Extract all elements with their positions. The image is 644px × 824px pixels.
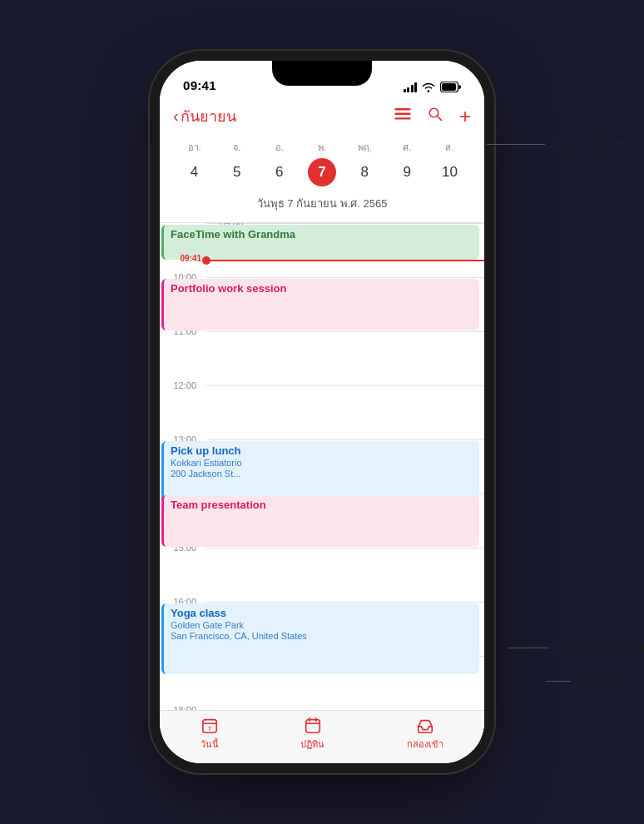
calendar-body[interactable]: 09:00 10:00 11:00 12:00 13:00	[160, 223, 484, 710]
notch	[272, 61, 372, 86]
svg-text:7: 7	[208, 725, 211, 731]
event-facetime[interactable]: FaceTime with Grandma	[161, 225, 479, 260]
current-time-label: 09:41	[160, 254, 201, 263]
annotation-view-list: ดูรายการกิจกรรม	[487, 136, 634, 153]
today-icon: 7	[201, 717, 219, 735]
tab-inbox-label: กล่องเข้า	[407, 737, 443, 752]
tab-today-label: วันนี้	[201, 737, 219, 752]
event-portfolio[interactable]: Portfolio work session	[161, 279, 479, 330]
week-strip: อา. 4 จ. 5 อ. 6 พ. 7	[173, 137, 471, 191]
hour-row-11: 11:00	[206, 331, 484, 385]
calendar-header: ‹ กันยายน	[160, 97, 484, 223]
full-date-label: วันพุธ 7 กันยายน พ.ศ. 2565	[173, 191, 471, 219]
day-col-mon[interactable]: จ. 5	[217, 140, 257, 186]
annotation-switch-calendar: เปลี่ยนปฏิทินหรือบัญชี	[508, 639, 644, 657]
svg-rect-4	[394, 117, 410, 119]
tab-calendar-label: ปฏิทิน	[300, 737, 324, 752]
status-time: 09:41	[183, 78, 216, 92]
hour-row-12: 12:00	[206, 385, 484, 439]
signal-icon	[404, 82, 418, 92]
add-event-icon[interactable]: +	[459, 107, 471, 127]
current-time-indicator: 09:41	[206, 260, 484, 261]
status-bar: 09:41	[160, 61, 484, 97]
day-col-wed[interactable]: พ. 7	[302, 140, 342, 186]
svg-rect-2	[394, 108, 410, 110]
inbox-icon	[416, 717, 434, 735]
svg-rect-3	[394, 113, 410, 115]
tab-bar: 7 วันนี้ ปฏิทิน	[160, 710, 484, 763]
back-chevron-icon: ‹	[173, 107, 179, 126]
tab-calendar[interactable]: ปฏิทิน	[300, 717, 324, 752]
back-month-button[interactable]: ‹ กันยายน	[173, 104, 236, 128]
tab-inbox[interactable]: กล่องเข้า	[407, 717, 443, 752]
status-icons	[404, 82, 462, 92]
wifi-icon	[422, 82, 435, 92]
day-col-sat[interactable]: ส. 10	[429, 140, 469, 186]
hour-row-15: 15:00	[206, 548, 484, 602]
tab-today[interactable]: 7 วันนี้	[201, 717, 219, 752]
current-time-dot	[202, 256, 211, 265]
event-yoga[interactable]: Yoga class Golden Gate Park San Francisc…	[161, 603, 479, 674]
battery-icon	[440, 82, 461, 92]
event-team-presentation[interactable]: Team presentation	[161, 495, 479, 547]
header-actions: +	[394, 107, 471, 127]
day-col-tue[interactable]: อ. 6	[260, 140, 300, 186]
svg-line-6	[437, 116, 441, 120]
month-label: กันยายน	[181, 104, 236, 128]
day-col-sun[interactable]: อา. 4	[175, 140, 215, 186]
list-view-icon[interactable]	[394, 107, 411, 126]
day-col-thu[interactable]: พฤ. 8	[344, 140, 384, 186]
time-grid: 09:00 10:00 11:00 12:00 13:00	[160, 223, 484, 710]
svg-rect-1	[442, 83, 456, 91]
svg-rect-10	[306, 719, 320, 732]
search-icon[interactable]	[428, 107, 443, 126]
day-col-fri[interactable]: ศ. 9	[387, 140, 427, 186]
calendar-icon	[304, 717, 322, 735]
annotation-view-invitations: ดูคำเชิญ	[546, 673, 617, 690]
